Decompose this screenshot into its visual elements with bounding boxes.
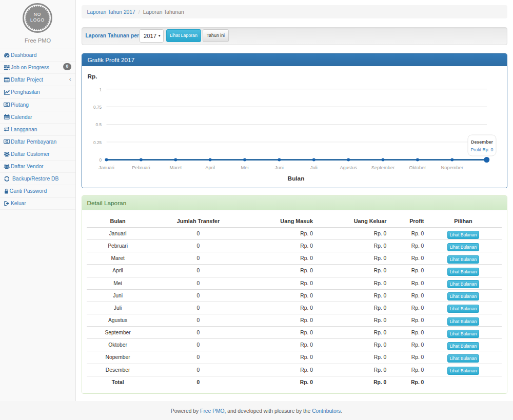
svg-text:0.5: 0.5 [95,123,102,127]
svg-text:April: April [205,165,215,170]
svg-text:Bulan: Bulan [287,175,304,182]
svg-text:Juli: Juli [310,165,317,170]
svg-text:1: 1 [99,87,102,92]
svg-text:Rp.: Rp. [87,73,97,80]
svg-text:0: 0 [99,158,102,163]
svg-text:Maret: Maret [169,165,182,170]
svg-text:LOGO: LOGO [30,17,45,23]
svg-text:September: September [371,165,394,170]
svg-text:NO: NO [33,12,41,17]
svg-text:0.75: 0.75 [93,105,102,109]
svg-text:Agustus: Agustus [340,165,357,170]
svg-text:Mei: Mei [241,165,248,170]
svg-text:Pebruari: Pebruari [132,165,150,170]
svg-text:Juni: Juni [274,165,283,170]
svg-text:Nopember: Nopember [441,165,463,170]
svg-text:Januari: Januari [98,165,114,170]
svg-text:Desember: Desember [471,139,493,145]
svg-text:0.25: 0.25 [93,140,102,145]
svg-text:Profit Rp: 0: Profit Rp: 0 [470,147,493,152]
svg-text:Oktober: Oktober [409,165,426,170]
